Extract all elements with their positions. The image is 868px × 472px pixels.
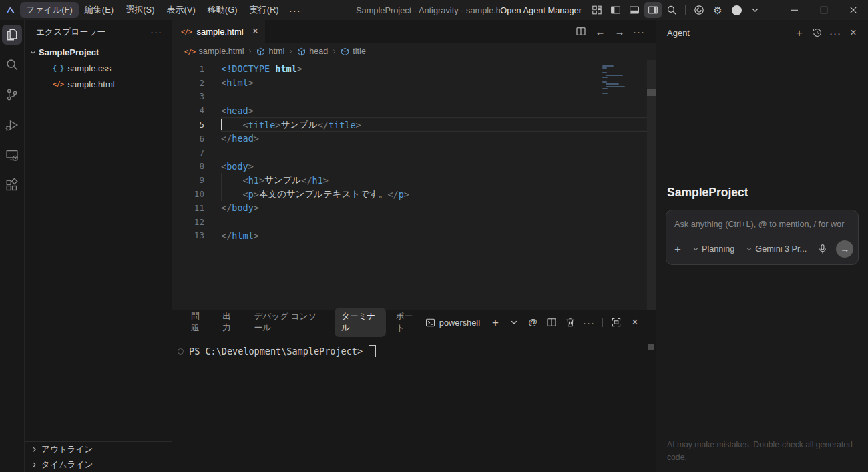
chevron-down-icon[interactable] [746,2,764,18]
file-item-sample.css[interactable]: { }sample.css [25,60,172,76]
menu-item[interactable]: 選択(S) [120,2,160,18]
toggle-panel-icon[interactable] [626,2,643,18]
split-terminal-icon[interactable] [543,314,560,330]
more-terminal-actions-icon[interactable]: ··· [580,314,598,330]
file-item-sample.html[interactable]: </>sample.html [25,76,172,92]
kill-terminal-icon[interactable] [562,314,579,330]
more-actions-icon[interactable]: ··· [630,23,648,39]
at-mention-icon[interactable]: @ [524,314,541,330]
go-forward-icon[interactable]: → [611,23,628,39]
panel-tab[interactable]: ポート [389,308,425,337]
code-line-13[interactable]: 13</html> [172,229,656,243]
timeline-section[interactable]: タイムライン [25,457,172,472]
model-select[interactable]: Gemini 3 Pr... [745,244,807,254]
search-icon[interactable] [663,2,680,18]
agent-input[interactable]: Ask anything (Ctrl+L), @ to mention, / f… [674,220,850,229]
run-debug-icon[interactable] [2,115,22,135]
menu-item[interactable]: 編集(E) [79,2,120,18]
outline-section[interactable]: アウトライン [25,441,172,457]
close-window-button[interactable] [839,0,868,20]
terminal-session[interactable]: powershell [425,318,480,328]
indent-guide [221,187,222,201]
breadcrumb-html[interactable]: html [256,47,284,56]
remote-explorer-icon[interactable] [2,145,22,165]
search-view-icon[interactable] [2,55,22,75]
close-agent-panel-icon[interactable]: × [845,25,861,41]
new-chat-icon[interactable]: + [791,25,807,41]
tree-item-project[interactable]: SampleProject [25,44,172,60]
mic-icon[interactable] [817,244,828,254]
activity-bar [0,20,25,472]
go-back-icon[interactable]: ← [592,23,609,39]
toggle-primary-sidebar-icon[interactable] [607,2,624,18]
code-line-5[interactable]: 5 <title>サンプル</title> [172,117,656,132]
explorer-sidebar: エクスプローラー ··· SampleProject { }sample.css… [25,20,172,472]
menu-item[interactable]: 移動(G) [202,2,244,18]
tab-sample-html[interactable]: </> sample.html × [172,20,265,43]
breadcrumb-head[interactable]: head [297,47,328,56]
explorer-icon[interactable] [2,25,22,45]
maximize-panel-icon[interactable] [608,314,625,330]
breadcrumb-sample.html[interactable]: </>sample.html [184,47,244,56]
code-line-1[interactable]: 1<!DOCTYPE html> [172,62,656,76]
agent-input-card[interactable]: Ask anything (Ctrl+L), @ to mention, / f… [666,210,859,265]
code-line-8[interactable]: 8<body> [172,160,656,174]
line-number: 2 [172,78,204,88]
toggle-secondary-sidebar-icon[interactable] [644,2,662,18]
attach-icon[interactable]: + [674,244,681,255]
code-line-6[interactable]: 6</head> [172,132,656,146]
workbench: エクスプローラー ··· SampleProject { }sample.css… [0,20,868,472]
line-number: 13 [172,230,204,240]
minimize-button[interactable] [780,0,809,20]
mode-select[interactable]: Planning [692,244,734,254]
tab-label: sample.html [197,27,244,37]
terminal-picker-chevron-icon[interactable] [505,314,523,330]
send-button[interactable]: → [836,240,853,258]
history-icon[interactable] [809,25,825,41]
scrollbar-thumb[interactable] [647,89,656,96]
titlebar-right: Open Agent Manager ⚙ [500,0,868,20]
panel-tab[interactable]: 出力 [216,308,244,337]
code-line-11[interactable]: 11</body> [172,201,656,215]
agent-more-icon[interactable]: ··· [827,25,843,41]
code-line-3[interactable]: 3 [172,90,656,104]
account-avatar[interactable] [728,2,745,18]
extensions-icon[interactable] [2,175,22,195]
code-line-4[interactable]: 4<head> [172,103,656,117]
menu-item[interactable]: 表示(V) [161,2,202,18]
split-editor-icon[interactable] [572,23,590,39]
code-line-10[interactable]: 10 <p>本文のサンプルテキストです。</p> [172,187,656,201]
code-editor[interactable]: 1<!DOCTYPE html>2<html>34<head>5 <title>… [172,60,656,310]
menu-item[interactable]: 実行(R) [244,2,285,18]
line-number: 4 [172,105,204,115]
close-tab-icon[interactable]: × [252,26,258,37]
code-line-2[interactable]: 2<html> [172,76,656,90]
minimap[interactable] [602,65,636,95]
sidebar-more-icon[interactable]: ··· [150,27,162,37]
editor-scrollbar[interactable] [647,60,656,310]
settings-gear-icon[interactable]: ⚙ [709,2,726,18]
close-panel-icon[interactable]: × [626,314,644,330]
code-line-9[interactable]: 9 <h1>サンプル</h1> [172,173,656,187]
panel-tab[interactable]: ターミナル [335,308,386,337]
code-line-7[interactable]: 7 [172,146,656,160]
line-number: 12 [172,217,204,227]
terminal[interactable]: PS C:\Development\SampleProject> [172,334,656,357]
terminal-name: powershell [439,318,480,328]
terminal-scrollbar[interactable] [648,344,654,350]
editor-group: </> sample.html × ←→··· </>sample.htmlht… [172,20,656,472]
panel-tab[interactable]: 問題 [184,308,212,337]
open-agent-manager-button[interactable]: Open Agent Manager [500,5,582,15]
source-control-icon[interactable] [2,85,22,105]
menu-more-icon[interactable]: ··· [286,2,304,18]
customize-layout-icon[interactable] [588,2,606,18]
maximize-button[interactable] [809,0,839,20]
html-file-icon: </> [181,28,192,35]
menu-item[interactable]: ファイル(F) [20,2,79,18]
gemini-icon[interactable] [690,2,708,18]
panel-tab[interactable]: デバッグ コンソール [248,308,332,337]
new-terminal-icon[interactable]: + [487,314,504,330]
breadcrumb-title[interactable]: title [341,47,366,56]
code-line-12[interactable]: 12 [172,215,656,229]
model-label: Gemini 3 Pr... [755,244,807,254]
